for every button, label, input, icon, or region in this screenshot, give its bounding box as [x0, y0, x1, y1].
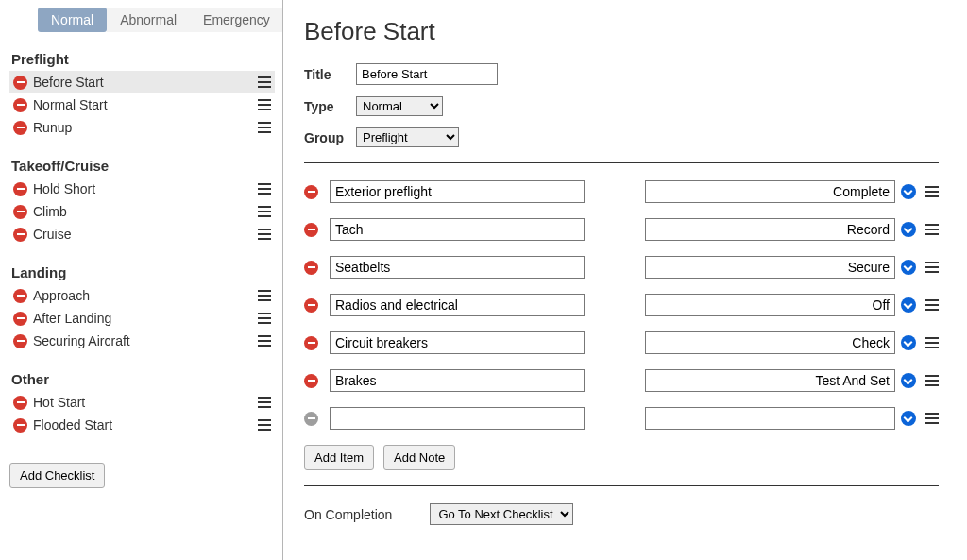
add-item-button[interactable]: Add Item: [304, 445, 374, 470]
drag-icon[interactable]: [258, 206, 271, 217]
item-value-input[interactable]: [645, 180, 895, 203]
drag-icon[interactable]: [258, 335, 271, 347]
page-title: Before Start: [304, 17, 939, 46]
remove-icon[interactable]: [13, 121, 27, 135]
item-value-input[interactable]: [645, 369, 895, 392]
item-name-input[interactable]: [330, 180, 585, 203]
checklist-item-row: [304, 218, 939, 241]
group-header: Landing: [9, 259, 275, 284]
drag-icon[interactable]: [258, 419, 271, 431]
remove-icon[interactable]: [13, 76, 27, 90]
completion-select[interactable]: Go To Next Checklist: [430, 503, 573, 525]
sidebar-item[interactable]: Securing Aircraft: [9, 330, 275, 352]
sidebar-item[interactable]: Hold Short: [9, 178, 275, 200]
remove-icon[interactable]: [304, 223, 318, 237]
tab-abnormal[interactable]: Abnormal: [107, 8, 190, 32]
sidebar-item-label: Climb: [33, 204, 254, 219]
remove-icon[interactable]: [13, 334, 27, 348]
divider: [304, 485, 939, 486]
title-label: Title: [304, 67, 356, 82]
sidebar-item-label: Hot Start: [33, 395, 254, 410]
group-header: Preflight: [9, 45, 275, 71]
sidebar-item[interactable]: Cruise: [9, 223, 275, 246]
chevron-down-icon[interactable]: [901, 297, 916, 313]
sidebar-item[interactable]: After Landing: [9, 307, 275, 330]
sidebar-item-label: Approach: [33, 288, 254, 303]
checklist-item-row: [304, 256, 939, 279]
item-value-input[interactable]: [645, 331, 895, 354]
chevron-down-icon[interactable]: [901, 335, 916, 350]
drag-icon[interactable]: [925, 186, 939, 197]
drag-icon[interactable]: [925, 299, 939, 311]
group-label: Group: [304, 130, 356, 145]
checklist-item-row: [304, 407, 939, 430]
remove-icon[interactable]: [304, 374, 318, 388]
drag-icon[interactable]: [925, 262, 939, 273]
remove-icon[interactable]: [13, 418, 27, 433]
completion-label: On Completion: [304, 507, 392, 522]
tab-normal[interactable]: Normal: [38, 8, 107, 32]
remove-icon[interactable]: [304, 298, 318, 313]
chevron-down-icon[interactable]: [901, 373, 916, 388]
drag-icon[interactable]: [258, 99, 271, 110]
drag-icon[interactable]: [258, 229, 271, 240]
remove-icon[interactable]: [13, 205, 27, 219]
item-value-input[interactable]: [645, 294, 895, 316]
main-panel: Before Start Title Type NormalAbnormalEm…: [283, 0, 967, 560]
drag-icon[interactable]: [258, 397, 271, 408]
sidebar-item[interactable]: Runup: [9, 116, 275, 139]
remove-icon[interactable]: [13, 98, 27, 112]
type-label: Type: [304, 99, 356, 114]
drag-icon[interactable]: [258, 313, 271, 324]
add-checklist-button[interactable]: Add Checklist: [9, 463, 105, 488]
drag-icon[interactable]: [925, 337, 939, 348]
group-select[interactable]: PreflightTakeoff/CruiseLandingOther: [356, 127, 459, 147]
checklist-item-row: [304, 369, 939, 392]
sidebar-item-label: Cruise: [33, 227, 254, 242]
chevron-down-icon[interactable]: [901, 411, 916, 426]
item-name-input[interactable]: [330, 407, 585, 430]
item-name-input[interactable]: [330, 294, 585, 316]
sidebar-item[interactable]: Climb: [9, 200, 275, 223]
remove-icon[interactable]: [13, 182, 27, 196]
sidebar-item-label: Runup: [33, 120, 254, 135]
sidebar-item[interactable]: Normal Start: [9, 93, 275, 116]
add-note-button[interactable]: Add Note: [383, 445, 455, 470]
chevron-down-icon[interactable]: [901, 260, 916, 275]
item-name-input[interactable]: [330, 369, 585, 392]
drag-icon[interactable]: [925, 413, 939, 424]
tab-emergency[interactable]: Emergency: [190, 8, 283, 32]
remove-icon[interactable]: [304, 261, 318, 275]
remove-icon[interactable]: [13, 396, 27, 410]
remove-icon[interactable]: [13, 312, 27, 326]
remove-icon[interactable]: [304, 336, 318, 350]
drag-icon[interactable]: [925, 375, 939, 386]
remove-icon[interactable]: [13, 228, 27, 242]
drag-icon[interactable]: [258, 290, 271, 301]
drag-icon[interactable]: [258, 183, 271, 195]
chevron-down-icon[interactable]: [901, 222, 916, 237]
type-select[interactable]: NormalAbnormalEmergency: [356, 96, 443, 116]
remove-icon[interactable]: [13, 289, 27, 303]
sidebar-item-label: Before Start: [33, 75, 254, 90]
drag-icon[interactable]: [258, 122, 271, 133]
sidebar-item[interactable]: Flooded Start: [9, 414, 275, 436]
remove-icon[interactable]: [304, 185, 318, 199]
group-header: Other: [9, 365, 275, 391]
sidebar-item[interactable]: Before Start: [9, 71, 275, 93]
sidebar-item[interactable]: Approach: [9, 284, 275, 307]
title-input[interactable]: [356, 63, 498, 85]
item-value-input[interactable]: [645, 407, 895, 430]
chevron-down-icon[interactable]: [901, 184, 916, 199]
drag-icon[interactable]: [925, 224, 939, 235]
item-name-input[interactable]: [330, 218, 585, 241]
drag-icon[interactable]: [258, 76, 271, 88]
sidebar-item-label: Securing Aircraft: [33, 333, 254, 348]
remove-icon[interactable]: [304, 412, 318, 426]
item-value-input[interactable]: [645, 218, 895, 241]
item-name-input[interactable]: [330, 331, 585, 354]
item-name-input[interactable]: [330, 256, 585, 279]
checklist-item-row: [304, 294, 939, 316]
sidebar-item[interactable]: Hot Start: [9, 391, 275, 414]
item-value-input[interactable]: [645, 256, 895, 279]
